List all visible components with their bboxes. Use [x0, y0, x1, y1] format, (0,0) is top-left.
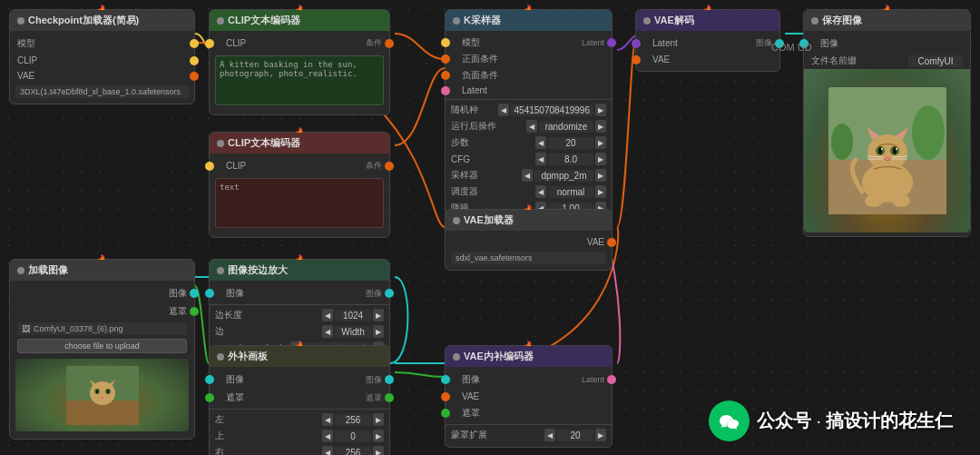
clip-top-condition-label: 条件	[366, 37, 382, 49]
ksampler-latent-row: Latent	[446, 84, 612, 97]
clip-bottom-clip-label: CLIP	[217, 161, 366, 171]
checkpoint-value[interactable]: 3DXL(1.t47eDbf8d_xl_base_1.0.safetensors	[15, 85, 189, 98]
upscale-size-left[interactable]: ◀	[322, 309, 333, 321]
outpaint-right-btn-left[interactable]: ◀	[322, 446, 333, 455]
outpaint-left-btn-right[interactable]: ▶	[373, 413, 384, 426]
outpaint-left-btn-left[interactable]: ◀	[322, 413, 333, 426]
vae-encode-grow-input: ◀ 20 ▶	[544, 429, 606, 441]
load-file-selector[interactable]: 🖼 ComfyUI_03378_(6).png	[17, 322, 187, 335]
outpaint-right-btn-right[interactable]: ▶	[373, 446, 384, 455]
outpaint-body: 图像 图像 遮罩 遮罩 左 ◀ 256 ▶ 上 ◀ 0 ▶	[210, 367, 389, 455]
ksampler-body: 模型 Latent 正面条件 负面条件 Latent 随机种 ◀ 4541507…	[446, 31, 612, 220]
svg-point-22	[831, 124, 853, 160]
load-body: 图像 遮罩 🖼 ComfyUI_03378_(6).png choose fil…	[10, 281, 194, 439]
vae-decode-vae-port	[632, 55, 641, 64]
ksampler-control-right[interactable]: ▶	[595, 120, 606, 133]
outpaint-left-value: 256	[335, 414, 371, 426]
load-mask-label: 遮罩	[169, 305, 187, 318]
ksampler-cfg-right[interactable]: ▶	[595, 153, 606, 165]
svg-point-13	[896, 148, 897, 150]
outpaint-left-row: 左 ◀ 256 ▶	[210, 411, 389, 428]
checkpoint-model-row: 模型	[10, 35, 194, 53]
ksampler-scheduler-left[interactable]: ◀	[535, 185, 546, 198]
upscale-image-row: 图像 图像	[210, 284, 389, 302]
ksampler-control-label: 运行后操作	[451, 120, 526, 133]
outpaint-top-value: 0	[335, 430, 371, 442]
vae-encode-grow-row: 蒙罩扩展 ◀ 20 ▶	[446, 427, 612, 443]
vae-decode-latent-label: Latent	[643, 38, 678, 48]
load-file-row: 🖼 ComfyUI_03378_(6).png	[10, 321, 194, 337]
load-file-value: ComfyUI_03378_(6).png	[34, 324, 182, 333]
ksampler-control-input: ◀ randomize ▶	[526, 120, 606, 133]
ksampler-scheduler-right[interactable]: ▶	[595, 185, 606, 198]
upscale-size-right[interactable]: ▶	[373, 309, 384, 321]
ksampler-steps-left[interactable]: ◀	[535, 136, 546, 149]
save-filename-value[interactable]: ComfyUI	[908, 55, 963, 67]
upscale-output-label: 图像	[366, 288, 382, 300]
upscale-side-right[interactable]: ▶	[373, 325, 384, 338]
save-image-preview	[804, 69, 970, 232]
watermark-name: 搞设计的花生仁	[826, 409, 953, 433]
load-title: 加载图像	[28, 263, 68, 277]
outpaint-top-btn-right[interactable]: ▶	[373, 430, 384, 442]
ksampler-steps-right[interactable]: ▶	[595, 136, 606, 149]
vae-loader-title: VAE加载器	[464, 213, 514, 227]
svg-point-20	[892, 194, 910, 207]
load-image-label: 图像	[169, 287, 187, 300]
ksampler-header: K采样器	[446, 10, 612, 31]
vae-decode-latent-port	[632, 39, 641, 48]
load-upload-button[interactable]: choose file to upload	[17, 339, 187, 353]
ksampler-node: 🔥 K采样器 模型 Latent 正面条件 负面条件 Latent 随机种	[445, 9, 612, 221]
upscale-side-label: 边	[215, 325, 322, 338]
outpaint-top-btn-left[interactable]: ◀	[322, 430, 333, 442]
vae-encode-title: VAE内补编码器	[464, 350, 534, 363]
outpaint-right-value: 256	[335, 447, 371, 456]
ksampler-control-left[interactable]: ◀	[526, 120, 537, 133]
outpaint-image-in-label: 图像	[217, 373, 244, 386]
clip-bottom-textarea[interactable]: text	[215, 178, 384, 228]
load-upload-row[interactable]: choose file to upload	[10, 337, 194, 355]
checkpoint-clip-label: CLIP	[17, 55, 187, 65]
vae-decode-vae-row: VAE	[636, 52, 779, 67]
ksampler-seed-left[interactable]: ◀	[498, 104, 509, 116]
ksampler-sampler-left[interactable]: ◀	[522, 169, 533, 182]
vae-loader-value[interactable]: sdxl_vae.safetensors	[451, 252, 606, 264]
vae-encode-grow-left[interactable]: ◀	[544, 429, 555, 441]
save-filename-row: 文件名前缀 ComfyUI	[804, 53, 970, 69]
checkpoint-header: Checkpoint加载器(简易)	[10, 10, 194, 31]
ksampler-neg-port	[441, 71, 450, 80]
upscale-side-left[interactable]: ◀	[322, 325, 333, 338]
vae-loader-node: 🔥 VAE加载器 VAE sdxl_vae.safetensors	[445, 209, 612, 271]
clip-top-condition-port	[385, 39, 394, 48]
checkpoint-model-port	[190, 39, 199, 48]
upscale-side-value: Width	[335, 326, 371, 338]
checkpoint-vae-row: VAE	[10, 68, 194, 84]
ksampler-latent-port	[441, 86, 450, 95]
outpaint-right-label: 右	[215, 446, 322, 455]
load-image-port	[190, 289, 199, 298]
outpaint-image-out-label: 图像	[366, 374, 382, 386]
ksampler-cfg-left[interactable]: ◀	[535, 153, 546, 165]
clip-top-clip-port	[205, 39, 214, 48]
vae-decode-title: VAE解码	[654, 14, 694, 27]
vae-encode-grow-right[interactable]: ▶	[595, 429, 606, 441]
upscale-image-port	[205, 289, 214, 298]
vae-encode-grow-value: 20	[557, 430, 593, 441]
clip-top-clip-row: CLIP 条件	[210, 35, 389, 52]
ksampler-seed-right[interactable]: ▶	[595, 104, 606, 116]
load-mask-port	[190, 307, 199, 316]
clip-top-textarea[interactable]: A kitten basking in the sun, photograph,…	[215, 55, 384, 105]
clip-top-title: CLIP文本编码器	[228, 14, 300, 27]
upscale-size-label: 边长度	[215, 309, 322, 321]
ksampler-sampler-right[interactable]: ▶	[595, 169, 606, 182]
ksampler-title: K采样器	[464, 14, 501, 27]
checkpoint-vae-port	[190, 72, 199, 81]
vae-decode-latent-row: Latent 图像	[636, 35, 779, 52]
outpaint-left-input: ◀ 256 ▶	[322, 413, 384, 426]
upscale-size-value: 1024	[335, 310, 371, 321]
vae-decode-vae-label: VAE	[643, 54, 670, 64]
upscale-dot	[217, 267, 224, 274]
clip-top-dot	[217, 17, 224, 25]
ksampler-dot	[453, 17, 460, 25]
ksampler-pos-label: 正面条件	[453, 53, 498, 65]
